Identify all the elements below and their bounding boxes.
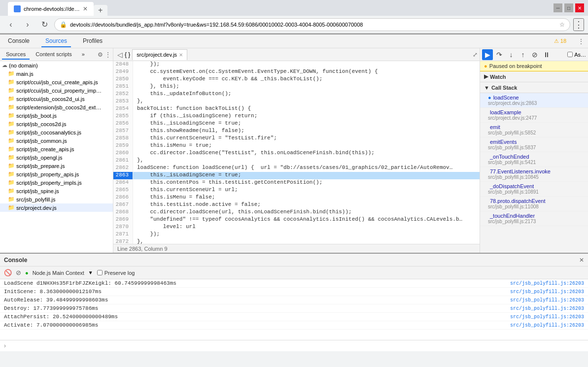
console-line-source[interactable]: src/jsb_polyfill.js:26203 bbox=[510, 298, 584, 303]
code-line-2864[interactable]: 2864 this.contentPos = this.testList.get… bbox=[113, 179, 480, 187]
tab-close-button[interactable]: ✕ bbox=[83, 5, 88, 12]
tab-sources-files[interactable]: Sources bbox=[2, 50, 30, 60]
code-line-2871[interactable]: 2871 }); bbox=[113, 231, 480, 238]
code-line-2872[interactable]: 2872}, bbox=[113, 238, 480, 244]
code-line-2853[interactable]: 2853}, bbox=[113, 98, 480, 105]
async-input[interactable] bbox=[567, 52, 573, 57]
tree-node-file-4[interactable]: 📁 script/extension/jsb_cocos2d_ext… bbox=[0, 103, 113, 111]
stack-item[interactable]: emitEventssrc/jsb_polyfill.js:5837 bbox=[480, 137, 588, 152]
code-area[interactable]: 2848 });2849 cc.systemEvent.on(cc.System… bbox=[113, 61, 480, 244]
console-tab-label[interactable]: Console bbox=[4, 257, 27, 264]
console-line-source[interactable]: src/jsb_polyfill.js:26203 bbox=[510, 323, 584, 328]
console-clear-button[interactable]: 🚫 bbox=[4, 269, 12, 276]
code-line-2859[interactable]: 2859 this.isMenu = true; bbox=[113, 142, 480, 150]
editor-nav-back[interactable]: ◁ bbox=[115, 50, 125, 60]
preserve-log-checkbox[interactable] bbox=[97, 270, 103, 275]
tree-node-file-1[interactable]: 📁 script/ccui/jsb_ccui_create_apis.js bbox=[0, 78, 113, 86]
code-line-2862[interactable]: 2862loadScene: function loadScene(url) {… bbox=[113, 165, 480, 172]
tree-node-main[interactable]: 📁 main.js bbox=[0, 69, 113, 78]
code-line-2857[interactable]: 2857 this.showReadme(null, false); bbox=[113, 128, 480, 135]
close-button[interactable]: ✕ bbox=[575, 3, 584, 12]
maximize-button[interactable]: □ bbox=[564, 3, 573, 12]
editor-expand-icon[interactable]: ⤢ bbox=[473, 51, 478, 58]
tab-sources[interactable]: Sources bbox=[41, 35, 71, 47]
stack-item[interactable]: _onTouchEndedsrc/jsb_polyfill.js:5421 bbox=[480, 152, 588, 167]
tree-node-file-13[interactable]: 📁 script/jsb_property_impls.js bbox=[0, 178, 113, 187]
editor-tab-close-button[interactable]: ✕ bbox=[179, 52, 183, 58]
tab-profiles[interactable]: Profiles bbox=[79, 35, 106, 47]
tree-node-file-10[interactable]: 📁 script/jsb_opengl.js bbox=[0, 153, 113, 162]
watch-section-header[interactable]: ▶ Watch bbox=[480, 71, 588, 82]
tree-node-file-14[interactable]: 📁 script/jsb_spine.js bbox=[0, 187, 113, 195]
step-into-button[interactable]: ↓ bbox=[506, 49, 517, 60]
stack-item[interactable]: 77.EventListeners.invokesrc/jsb_polyfill… bbox=[480, 167, 588, 182]
code-line-2869[interactable]: 2869 "undefined" !== typeof cocosAnalyti… bbox=[113, 216, 480, 224]
code-line-2848[interactable]: 2848 }); bbox=[113, 61, 480, 68]
chrome-menu-button[interactable]: ⋮ bbox=[573, 18, 584, 31]
stack-item[interactable]: loadExamplesrc/project.dev.js:2477 bbox=[480, 108, 588, 123]
stack-item[interactable]: _touchEndHandlersrc/jsb_polyfill.js:2173 bbox=[480, 211, 588, 226]
tree-node-file-8[interactable]: 📁 script/jsb_common.js bbox=[0, 136, 113, 145]
code-line-2865[interactable]: 2865 this.currentSceneUrl = url; bbox=[113, 187, 480, 194]
stack-item[interactable]: emitsrc/jsb_polyfill.js:5852 bbox=[480, 123, 588, 137]
minimize-button[interactable]: ─ bbox=[553, 3, 562, 12]
console-line-source[interactable]: src/jsb_polyfill.js:26203 bbox=[510, 306, 584, 311]
address-bar[interactable]: 🔒 devtools://devtools/bundled/js_app.htm… bbox=[54, 18, 570, 31]
tree-node-file-7[interactable]: 📁 script/jsb_cocosanalytics.js bbox=[0, 128, 113, 136]
new-tab-button[interactable]: + bbox=[94, 5, 107, 16]
console-line-source[interactable]: src/jsb_polyfill.js:26203 bbox=[510, 281, 584, 286]
devtools-more-icon[interactable]: ⋮ bbox=[578, 38, 584, 45]
tab-console[interactable]: Console bbox=[4, 35, 34, 47]
context-select[interactable]: Node.js Main Context bbox=[33, 270, 84, 276]
forward-button[interactable]: › bbox=[21, 18, 35, 32]
tree-node-file-2[interactable]: 📁 script/ccui/jsb_ccui_property_imp… bbox=[0, 86, 113, 95]
console-line-source[interactable]: src/jsb_polyfill.js:26203 bbox=[510, 314, 584, 320]
tree-node-file-9[interactable]: 📁 script/jsb_create_apis.js bbox=[0, 145, 113, 153]
context-arrow-icon[interactable]: ▼ bbox=[88, 270, 93, 275]
preserve-log-label[interactable]: Preserve log bbox=[97, 270, 135, 276]
tree-node-file-15[interactable]: 📁 src/jsb_polyfill.js bbox=[0, 195, 113, 203]
tab-content-scripts[interactable]: Content scripts bbox=[32, 50, 75, 60]
async-checkbox[interactable]: As… bbox=[567, 52, 586, 58]
code-line-2850[interactable]: 2850 event.keyCode === cc.KEY.b && _this… bbox=[113, 76, 480, 83]
code-line-2866[interactable]: 2866 this.isMenu = false; bbox=[113, 194, 480, 201]
editor-format-icon[interactable]: { } bbox=[125, 51, 130, 58]
stack-item[interactable]: _doDispatchEventsrc/jsb_polyfill.js:1089… bbox=[480, 182, 588, 197]
sources-more-icon[interactable]: ⋮ bbox=[105, 51, 111, 58]
code-line-2856[interactable]: 2856 this._isLoadingScene = true; bbox=[113, 120, 480, 128]
code-line-2867[interactable]: 2867 this.testList.node.active = false; bbox=[113, 201, 480, 209]
tree-node-file-3[interactable]: 📁 script/ccui/jsb_cocos2d_ui.js bbox=[0, 95, 113, 103]
stack-item[interactable]: ●loadScenesrc/project.dev.js:2863 bbox=[480, 93, 588, 108]
bookmark-icon[interactable]: ☆ bbox=[559, 21, 565, 28]
gear-icon[interactable]: ⚙ bbox=[98, 51, 103, 58]
console-filter-button[interactable]: ⊘ bbox=[16, 269, 21, 276]
tree-node-domain[interactable]: ☁ (no domain) bbox=[0, 61, 113, 69]
code-line-2863[interactable]: 2863 this._isLoadingScene = true; bbox=[113, 172, 480, 179]
code-line-2861[interactable]: 2861}, bbox=[113, 157, 480, 165]
pause-button[interactable]: ⏸ bbox=[541, 49, 552, 60]
code-line-2858[interactable]: 2858 this.currentSceneUrl = "TestList.fi… bbox=[113, 135, 480, 142]
tree-node-file-11[interactable]: 📁 script/jsb_prepare.js bbox=[0, 162, 113, 170]
code-line-2849[interactable]: 2849 cc.systemEvent.on(cc.SystemEvent.Ev… bbox=[113, 68, 480, 76]
tree-node-file-16[interactable]: 📁 src/project.dev.js bbox=[0, 203, 113, 212]
tree-node-file-6[interactable]: 📁 script/jsb_cocos2d.js bbox=[0, 120, 113, 128]
code-line-2868[interactable]: 2868 cc.director.loadScene(url, this.onL… bbox=[113, 209, 480, 216]
code-line-2870[interactable]: 2870 level: url bbox=[113, 224, 480, 231]
deactivate-button[interactable]: ⊘ bbox=[529, 49, 540, 60]
browser-tab[interactable]: chrome-devtools://de… ✕ bbox=[8, 2, 94, 16]
console-close-button[interactable]: ✕ bbox=[579, 257, 584, 264]
editor-tab-project[interactable]: src/project.dev.js ✕ bbox=[132, 49, 187, 60]
code-line-2852[interactable]: 2852 this._updateInfoButton(); bbox=[113, 91, 480, 98]
tree-node-file-12[interactable]: 📁 script/jsb_property_apis.js bbox=[0, 170, 113, 178]
stack-item[interactable]: 78.proto.dispatchEventsrc/jsb_polyfill.j… bbox=[480, 197, 588, 211]
resume-button[interactable]: ▶ bbox=[482, 49, 493, 60]
console-line-source[interactable]: src/jsb_polyfill.js:26203 bbox=[510, 289, 584, 295]
call-stack-section-header[interactable]: ▼ Call Stack bbox=[480, 82, 588, 93]
tree-node-file-5[interactable]: 📁 script/jsb_boot.js bbox=[0, 111, 113, 120]
code-line-2851[interactable]: 2851 }, this); bbox=[113, 83, 480, 91]
code-line-2854[interactable]: 2854backToList: function backToList() { bbox=[113, 105, 480, 113]
reload-button[interactable]: ↻ bbox=[37, 18, 51, 32]
console-input[interactable] bbox=[9, 343, 584, 349]
tab-more[interactable]: » bbox=[78, 50, 89, 60]
code-line-2855[interactable]: 2855 if (this._isLoadingScene) return; bbox=[113, 113, 480, 120]
